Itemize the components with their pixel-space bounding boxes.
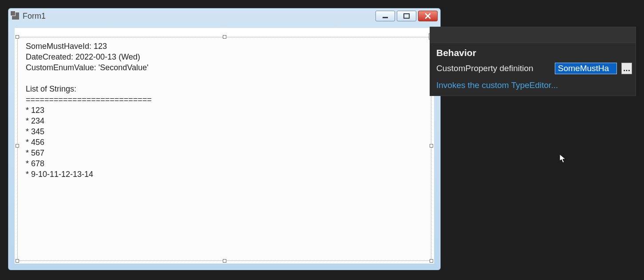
property-value-field[interactable]: SomeMustHa — [555, 63, 617, 74]
designer-canvas[interactable]: SomeMustHaveId: 123 DateCreated: 2022-00… — [15, 28, 434, 264]
form-window: Form1 SomeMustHaveId: 123 DateCreated: — [8, 8, 441, 270]
close-icon — [424, 13, 432, 19]
app-icon — [12, 12, 19, 20]
resize-handle-middle-right[interactable] — [430, 144, 433, 148]
control-text-content: SomeMustHaveId: 123 DateCreated: 2022-00… — [26, 41, 152, 180]
maximize-button[interactable] — [397, 11, 416, 21]
close-button[interactable] — [418, 11, 438, 21]
svg-rect-0 — [383, 17, 388, 18]
property-popup: Behavior CustomProperty definition SomeM… — [430, 27, 636, 96]
mouse-cursor-icon — [559, 154, 566, 164]
property-ellipsis-button[interactable]: ... — [621, 63, 632, 74]
control-selection[interactable]: SomeMustHaveId: 123 DateCreated: 2022-00… — [17, 37, 431, 261]
window-title: Form1 — [23, 12, 46, 21]
window-buttons — [375, 11, 438, 21]
titlebar[interactable]: Form1 — [8, 8, 440, 24]
property-row: CustomProperty definition SomeMustHa ... — [430, 61, 636, 78]
resize-handle-bottom-middle[interactable] — [223, 259, 226, 263]
resize-handle-bottom-left[interactable] — [16, 259, 19, 263]
resize-handle-bottom-right[interactable] — [430, 259, 433, 263]
property-popup-header[interactable] — [430, 27, 636, 43]
property-category: Behavior — [430, 43, 636, 61]
resize-handle-middle-left[interactable] — [16, 144, 19, 148]
property-label: CustomProperty definition — [436, 64, 550, 73]
property-description[interactable]: Invokes the custom TypeEditor... — [430, 78, 636, 96]
resize-handle-top-left[interactable] — [16, 35, 19, 39]
minimize-button[interactable] — [375, 11, 395, 21]
resize-handle-top-middle[interactable] — [223, 35, 226, 39]
svg-rect-1 — [404, 14, 409, 18]
maximize-icon — [403, 13, 411, 19]
minimize-icon — [381, 13, 389, 19]
